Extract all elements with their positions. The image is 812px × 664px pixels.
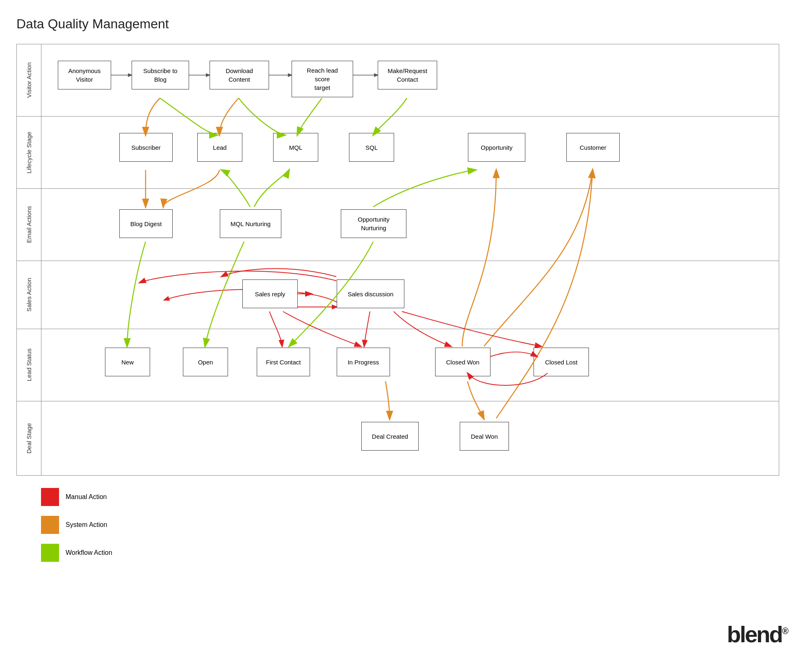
box-mql: MQL <box>273 133 318 162</box>
box-opp-nurturing: OpportunityNurturing <box>341 209 406 238</box>
row-deal-stage: Deal Stage Deal Created Deal Won <box>17 401 779 475</box>
label-email-actions: Email Actions <box>17 189 41 261</box>
content-sales-action: Sales reply Sales discussion <box>41 261 779 329</box>
box-sales-discussion: Sales discussion <box>337 279 404 308</box>
content-lifecycle-stage: Subscriber Lead MQL SQL Opportunity Cust… <box>41 117 779 188</box>
label-sales-action: Sales Action <box>17 261 41 329</box>
box-lead: Lead <box>197 133 242 162</box>
page-title: Data Quality Management <box>16 16 796 32</box>
box-anonymous-visitor: AnonymousVisitor <box>58 61 111 89</box>
legend-workflow-label: Workflow Action <box>66 549 112 556</box>
label-visitor-action: Visitor Action <box>17 44 41 116</box>
legend-workflow-box <box>41 544 59 562</box>
legend-system: System Action <box>41 516 796 534</box>
legend-manual-label: Manual Action <box>66 493 107 501</box>
box-blog-digest: Blog Digest <box>119 209 173 238</box>
sales-arrows <box>41 261 779 329</box>
box-subscribe-blog: Subscribe to Blog <box>132 61 189 89</box>
legend-system-label: System Action <box>66 521 107 529</box>
content-lead-status: New Open First Contact In Progress Close… <box>41 329 779 401</box>
box-opportunity: Opportunity <box>468 133 525 162</box>
row-lead-status: Lead Status New Open First Contact In Pr… <box>17 329 779 401</box>
legend-workflow: Workflow Action <box>41 544 796 562</box>
box-in-progress: In Progress <box>337 348 390 376</box>
box-customer: Customer <box>566 133 620 162</box>
diagram: Visitor Action AnonymousVisitor Subscrib… <box>16 44 779 476</box>
box-mql-nurturing: MQL Nurturing <box>220 209 281 238</box>
legend-manual: Manual Action <box>41 488 796 506</box>
box-closed-lost: Closed Lost <box>534 348 589 376</box>
box-reach-lead-score: Reach lead scoretarget <box>292 61 353 97</box>
legend-manual-box <box>41 488 59 506</box>
box-open: Open <box>183 348 228 376</box>
label-lifecycle-stage: Lifecycle Stage <box>17 117 41 188</box>
box-new: New <box>105 348 150 376</box>
brand-logo: blend® <box>727 621 787 648</box>
legend: Manual Action System Action Workflow Act… <box>41 488 796 562</box>
box-make-request-contact: Make/RequestContact <box>378 61 437 89</box>
box-deal-created: Deal Created <box>361 422 419 451</box>
legend-system-box <box>41 516 59 534</box>
box-deal-won: Deal Won <box>460 422 509 451</box>
label-lead-status: Lead Status <box>17 329 41 401</box>
box-first-contact: First Contact <box>257 348 310 376</box>
box-closed-won: Closed Won <box>435 348 490 376</box>
row-sales-action: Sales Action Sales reply Sales discussio… <box>17 261 779 329</box>
box-subscriber: Subscriber <box>119 133 173 162</box>
content-visitor-action: AnonymousVisitor Subscribe to Blog Downl… <box>41 44 779 116</box>
row-lifecycle-stage: Lifecycle Stage Subscriber Lead MQL SQL … <box>17 117 779 189</box>
box-sql: SQL <box>349 133 394 162</box>
label-deal-stage: Deal Stage <box>17 401 41 475</box>
content-email-actions: Blog Digest MQL Nurturing OpportunityNur… <box>41 189 779 261</box>
box-sales-reply: Sales reply <box>242 279 298 308</box>
content-deal-stage: Deal Created Deal Won <box>41 401 779 475</box>
row-email-actions: Email Actions Blog Digest MQL Nurturing … <box>17 189 779 261</box>
row-visitor-action: Visitor Action AnonymousVisitor Subscrib… <box>17 44 779 117</box>
box-download-content: Download Content <box>210 61 269 89</box>
